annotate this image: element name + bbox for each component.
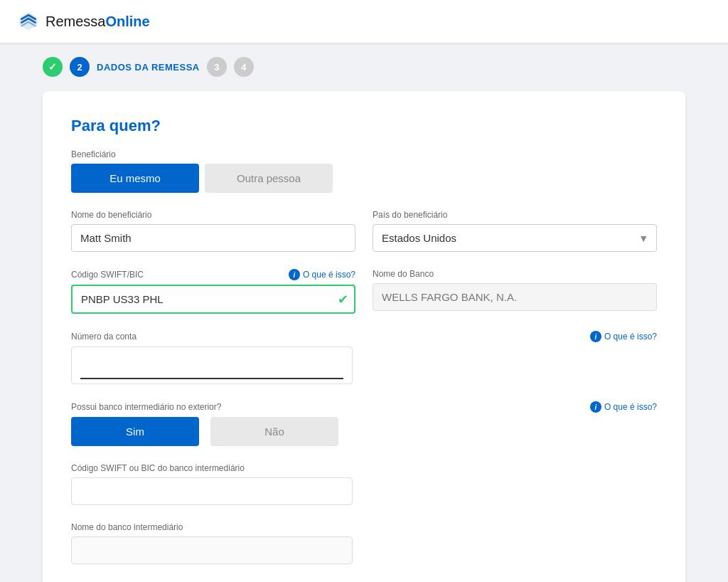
swift-intermediario-section: Código SWIFT ou BIC do banco intermediár… [71,463,657,505]
beneficiary-toggle-group: Eu mesmo Outra pessoa [71,164,657,193]
beneficiary-label: Beneficiário [71,149,657,159]
intermediario-section: Possui banco intermediário no exterior? … [71,401,657,446]
numero-conta-input-wrapper [71,346,353,384]
nome-banco-field: Nome do Banco [373,269,657,314]
swift-banco-row: Código SWIFT/BIC i O que é isso? ✔ Nome … [71,269,657,314]
nome-banco-intermediario-input [71,536,353,564]
swift-field: Código SWIFT/BIC i O que é isso? ✔ [71,269,355,314]
swift-intermediario-label: Código SWIFT ou BIC do banco intermediár… [71,463,657,473]
numero-conta-section: Número da conta i O que é isso? [71,331,657,384]
info-icon-3: i [590,401,601,413]
swift-label: Código SWIFT/BIC [71,270,144,280]
pais-select-wrapper: Estados Unidos Brasil Portugal Alemanha … [373,224,657,252]
nao-button[interactable]: Não [210,417,338,446]
sim-nao-toggle: Sim Não [71,417,657,446]
steps-bar: ✓ 2 DADOS DA REMESSA 3 4 [0,43,728,91]
step-3: 3 [207,57,227,77]
swift-input-wrapper: ✔ [71,285,355,314]
step-1-check: ✓ [43,57,63,77]
numero-conta-info-link[interactable]: i O que é isso? [590,331,657,342]
logo: RemessaOnline [17,10,150,33]
nome-banco-label: Nome do Banco [373,269,657,279]
nome-banco-intermediario-section: Nome do banco intermediário [71,522,657,564]
logo-icon [17,10,40,33]
numero-conta-label-row: Número da conta i O que é isso? [71,331,657,342]
numero-conta-input[interactable] [80,351,343,379]
nome-beneficiario-label: Nome do beneficiário [71,210,355,220]
pais-select[interactable]: Estados Unidos Brasil Portugal Alemanha … [373,224,657,252]
sim-button[interactable]: Sim [71,417,199,446]
pais-beneficiario-field: País do beneficiário Estados Unidos Bras… [373,210,657,252]
intermediario-info-link[interactable]: i O que é isso? [590,401,657,413]
logo-text: RemessaOnline [46,14,150,30]
intermediario-label-row: Possui banco intermediário no exterior? … [71,401,657,413]
pais-beneficiario-label: País do beneficiário [373,210,657,220]
step-2-active: 2 [70,57,90,77]
nome-banco-intermediario-wrapper [71,536,353,564]
account-input-box [71,346,353,384]
header: RemessaOnline [0,0,728,43]
form-title: Para quem? [71,117,657,135]
eu-mesmo-button[interactable]: Eu mesmo [71,164,199,193]
info-icon-2: i [590,331,601,342]
nome-banco-intermediario-label: Nome do banco intermediário [71,522,657,532]
nome-pais-row: Nome do beneficiário País do beneficiári… [71,210,657,252]
step-2-label: DADOS DA REMESSA [97,62,200,73]
swift-intermediario-wrapper [71,477,353,505]
nome-beneficiario-field: Nome do beneficiário [71,210,355,252]
outra-pessoa-button[interactable]: Outra pessoa [205,164,333,193]
swift-intermediario-input[interactable] [71,477,353,505]
info-icon: i [289,269,300,280]
nome-beneficiario-input[interactable] [71,224,355,252]
swift-info-link[interactable]: i O que é isso? [289,269,355,280]
nome-banco-input [373,283,657,311]
check-icon: ✔ [338,292,348,307]
intermediario-label: Possui banco intermediário no exterior? [71,402,221,412]
swift-label-row: Código SWIFT/BIC i O que é isso? [71,269,355,280]
swift-input[interactable] [71,285,355,314]
numero-conta-label: Número da conta [71,332,136,342]
step-4: 4 [234,57,254,77]
main-form-card: Para quem? Beneficiário Eu mesmo Outra p… [43,91,685,582]
